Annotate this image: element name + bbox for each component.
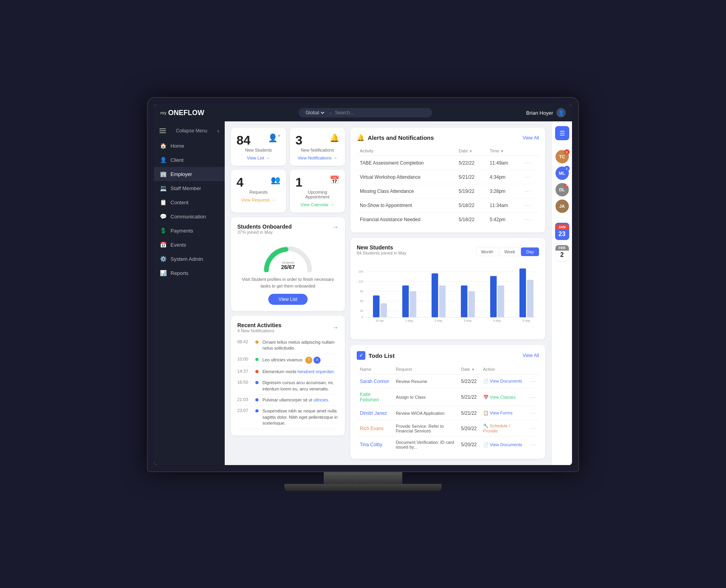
staff-icon: 💻 [160, 185, 167, 192]
calendar-icon: 📅 [330, 175, 339, 185]
employer-icon: 🏢 [160, 170, 167, 178]
todo-name[interactable]: Katie Fellsmen [357, 388, 392, 406]
svg-rect-24 [468, 291, 475, 317]
appointments-count: 1 [295, 175, 302, 190]
avatar-user-4[interactable]: JA [556, 200, 569, 213]
col-date[interactable]: Date ▼ [456, 146, 487, 156]
svg-rect-23 [461, 286, 468, 317]
avatar-small: A [314, 357, 321, 364]
events-icon: 📅 [160, 241, 167, 248]
todo-action[interactable]: 📄 View Documents [480, 374, 526, 388]
todo-request: Document Verification: ID card issued by… [392, 437, 458, 453]
todo-table: Name Request Date ▼ Action Sa [357, 365, 539, 452]
todo-more[interactable]: ⋯ [526, 388, 539, 406]
activity-link[interactable]: ultricies. [314, 397, 329, 402]
system-admin-icon: ⚙️ [160, 255, 167, 262]
collapse-menu-btn[interactable]: Collapse Menu ‹ [154, 125, 225, 137]
alert-more[interactable]: ⋯ [521, 212, 539, 227]
sidebar-item-employer[interactable]: 🏢 Employer [154, 167, 225, 181]
todo-name[interactable]: Sarah Connor [357, 374, 392, 388]
todo-name[interactable]: Rich Evans [357, 420, 392, 437]
onboarded-view-link[interactable]: → [332, 223, 339, 231]
search-scope-select[interactable]: Global [304, 110, 326, 116]
todo-col-date[interactable]: Date ▼ [458, 365, 480, 374]
left-column: 84 👤+ New Students View List → [231, 128, 345, 459]
calendar-badge-feb[interactable]: FEB 2 [555, 243, 569, 261]
todo-date: 5/21/22 [458, 388, 480, 406]
todo-more[interactable]: ⋯ [526, 437, 539, 453]
sidebar-item-payments[interactable]: 💲 Payments [154, 223, 225, 238]
todo-action[interactable]: 📄 View Documents [480, 437, 526, 453]
todo-action[interactable]: 🔧 Schedule / Provide [480, 420, 526, 437]
sidebar-item-client[interactable]: 👤 Client [154, 153, 225, 167]
activity-text: Elementum morbi hendrerit imperdiet. [262, 369, 339, 375]
activity-item: 08:42 Ornare tellus metus adipiscing nul… [237, 337, 339, 354]
activity-text: Pulvinar ullamcorper sit ut ultricies. [262, 397, 339, 403]
sidebar-item-staff[interactable]: 💻 Staff Member [154, 181, 225, 195]
recent-title: Recent Activities [237, 322, 281, 328]
todo-col-name: Name [357, 365, 392, 374]
sidebar-item-communication[interactable]: 💬 Communication [154, 209, 225, 223]
svg-rect-29 [519, 269, 526, 317]
avatar-user-2[interactable]: ML 1 [556, 167, 569, 180]
sidebar-label-content: Content [170, 200, 189, 205]
chart-tab-day[interactable]: Day [521, 247, 539, 256]
todo-action[interactable]: 📋 View Forms [480, 406, 526, 420]
sidebar-item-reports[interactable]: 📊 Reports [154, 266, 225, 280]
avatar-small: T [305, 357, 312, 364]
svg-rect-27 [498, 286, 504, 317]
chart-tab-month[interactable]: Month [476, 247, 499, 256]
payments-icon: 💲 [160, 227, 167, 234]
alert-more[interactable]: ⋯ [521, 184, 539, 198]
col-time[interactable]: Time ▼ [487, 146, 521, 156]
view-notifications-link[interactable]: View Notifications → [295, 156, 339, 160]
sidebar-item-home[interactable]: 🏠 Home [154, 139, 225, 153]
content-icon: 📋 [160, 199, 167, 206]
avatar-user-3[interactable]: DL 1 [556, 183, 569, 196]
recent-view-link[interactable]: → [332, 324, 339, 331]
alerts-view-all[interactable]: View All [522, 135, 539, 141]
todo-more[interactable]: ⋯ [526, 374, 539, 388]
alert-row: Financial Assistance Needed 5/18/22 5:42… [357, 212, 539, 227]
students-label: New Students [236, 148, 280, 152]
search-input[interactable] [335, 110, 414, 115]
todo-col-request: Request [392, 365, 458, 374]
avatar-user-1[interactable]: TC 2 [556, 150, 569, 163]
todo-more[interactable]: ⋯ [526, 406, 539, 420]
students-count: 84 [236, 133, 251, 148]
alert-date: 5/22/22 [456, 156, 487, 170]
sidebar-label-reports: Reports [170, 270, 189, 276]
alert-time: 5:42pm [487, 212, 521, 227]
todo-view-all[interactable]: View All [522, 353, 539, 358]
sidebar-item-events[interactable]: 📅 Events [154, 238, 225, 252]
view-calendar-link[interactable]: View Calendar → [295, 202, 339, 207]
svg-text:5 May: 5 May [522, 319, 531, 322]
todo-name[interactable]: Tina Colby [357, 437, 392, 453]
chart-tabs: Month Week Day [476, 247, 539, 256]
alert-more[interactable]: ⋯ [521, 156, 539, 170]
user-avatar[interactable]: 👤 [556, 108, 566, 117]
home-icon: 🏠 [160, 142, 167, 149]
view-requests-link[interactable]: View Requests → [236, 198, 280, 202]
todo-title: ✓ Todo List [357, 351, 394, 360]
sidebar-item-content[interactable]: 📋 Content [154, 195, 225, 209]
alert-more[interactable]: ⋯ [521, 198, 539, 212]
activity-text: Suspendisse nibh ac neque amet nulla sag… [262, 408, 339, 426]
todo-name[interactable]: Dimitri Janez [357, 406, 392, 420]
sidebar-item-system-admin[interactable]: ⚙️ System Admin [154, 252, 225, 266]
calendar-badge-jan[interactable]: JAN 23 [555, 223, 569, 240]
todo-request: Review WIOA Application [392, 406, 458, 420]
stat-card-students: 84 👤+ New Students View List → [231, 128, 286, 166]
alert-activity: TABE Assessment Completion [357, 156, 456, 170]
alert-more[interactable]: ⋯ [521, 170, 539, 184]
panel-menu-icon[interactable]: ☰ [555, 126, 569, 140]
stat-cards-grid: 84 👤+ New Students View List → [231, 128, 345, 212]
todo-more[interactable]: ⋯ [526, 420, 539, 437]
todo-action[interactable]: 📅 View Classes [480, 388, 526, 406]
activity-link[interactable]: hendrerit imperdiet. [297, 369, 335, 374]
onboarded-view-list-btn[interactable]: View List [268, 294, 308, 305]
svg-text:150: 150 [358, 270, 363, 273]
todo-request: Provide Service: Refer to Financial Serv… [392, 420, 458, 437]
view-list-link[interactable]: View List → [236, 156, 280, 160]
chart-tab-week[interactable]: Week [499, 247, 521, 256]
